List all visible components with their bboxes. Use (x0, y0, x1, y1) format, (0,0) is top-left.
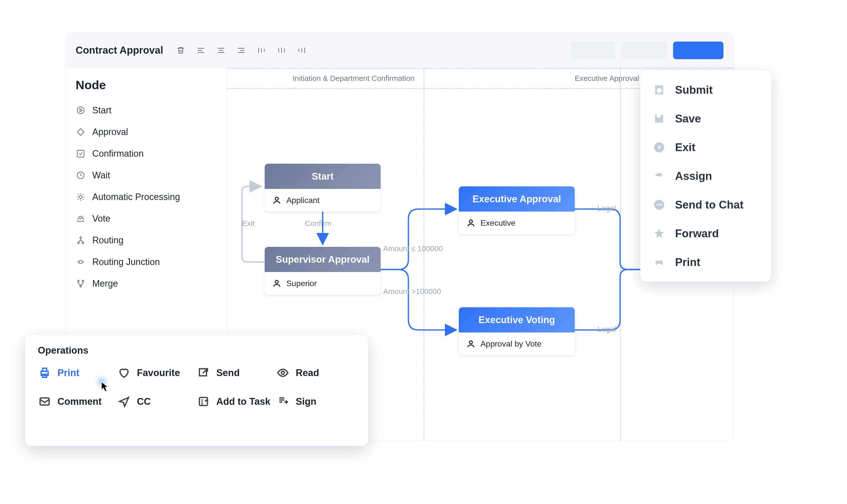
node-title: Start (265, 164, 381, 189)
node-title: Executive Voting (459, 307, 575, 332)
play-circle-icon (75, 105, 86, 115)
edge-label-exit: Exit (242, 219, 255, 228)
node-title: Supervisor Approval (265, 247, 381, 272)
palette-item-junction[interactable]: Routing Junction (75, 251, 227, 273)
flow-node-exec-approval[interactable]: Executive Approval Executive (459, 186, 575, 234)
align-right-icon[interactable] (236, 45, 246, 55)
flow-node-supervisor[interactable]: Supervisor Approval Superior (265, 247, 381, 295)
comment-icon (38, 395, 51, 408)
palette-item-routing[interactable]: Routing (75, 230, 227, 251)
svg-point-10 (80, 286, 82, 287)
gear-icon (75, 192, 86, 202)
sign-icon (276, 395, 290, 408)
secondary-button-a[interactable] (570, 41, 616, 59)
align-left-icon[interactable] (196, 45, 206, 55)
lane-header-initiation: Initiation & Department Confirmation (227, 68, 480, 88)
node-role: Superior (265, 272, 381, 295)
clock-icon (75, 170, 86, 180)
op-comment[interactable]: Comment (38, 395, 117, 408)
svg-rect-16 (657, 114, 661, 118)
svg-rect-26 (42, 368, 47, 371)
svg-point-14 (469, 341, 472, 344)
svg-rect-7 (79, 260, 82, 264)
op-favourite[interactable]: Favourite (117, 366, 196, 380)
clock-fill-icon (652, 83, 666, 97)
actions-menu: Submit Save Exit Assign Send to Chat For… (640, 71, 772, 282)
node-role: Executive (459, 212, 575, 234)
svg-rect-24 (657, 264, 661, 267)
action-send-chat[interactable]: Send to Chat (640, 191, 772, 219)
palette-item-confirmation[interactable]: Confirmation (75, 143, 227, 164)
edge-label-legal-top: Legal (598, 204, 616, 213)
palette-item-automatic[interactable]: Automatic Processing (75, 186, 227, 208)
palette-item-wait[interactable]: Wait (75, 164, 227, 186)
vote-icon (75, 214, 86, 224)
node-role: Approval by Vote (459, 332, 575, 355)
svg-point-13 (469, 220, 472, 223)
edge-label-amount-le: Amount ≤ 100000 (383, 244, 443, 253)
topbar-buttons (570, 41, 724, 59)
flow-node-exec-voting[interactable]: Executive Voting Approval by Vote (459, 307, 575, 355)
primary-button[interactable] (673, 41, 724, 59)
trash-icon[interactable] (176, 45, 186, 55)
svg-point-12 (275, 280, 278, 283)
svg-point-4 (80, 237, 82, 238)
assign-icon (652, 169, 666, 183)
svg-rect-1 (77, 150, 84, 157)
svg-rect-30 (40, 398, 49, 405)
node-title: Executive Approval (459, 186, 575, 212)
check-square-icon (75, 149, 86, 159)
cc-icon (117, 395, 131, 408)
svg-point-21 (660, 204, 662, 205)
action-save[interactable]: Save (640, 104, 772, 133)
svg-point-8 (77, 280, 79, 282)
heart-icon (117, 366, 131, 380)
star-icon (652, 227, 666, 240)
merge-icon (75, 278, 86, 289)
op-sign[interactable]: Sign (276, 395, 356, 408)
svg-rect-28 (200, 369, 206, 376)
palette-item-start[interactable]: Start (75, 100, 227, 121)
chat-icon (652, 198, 666, 212)
palette-item-approval[interactable]: Approval (75, 121, 227, 143)
op-cc[interactable]: CC (117, 395, 196, 408)
exit-circle-icon (652, 141, 666, 154)
action-print[interactable]: Print (640, 248, 772, 276)
distribute-v-icon[interactable] (297, 45, 307, 55)
op-send[interactable]: Send (196, 366, 276, 380)
svg-point-20 (658, 204, 660, 205)
palette-item-merge[interactable]: Merge (75, 273, 227, 294)
op-task[interactable]: Add to Task (196, 395, 276, 408)
distribute-center-icon[interactable] (277, 45, 287, 55)
align-center-icon[interactable] (216, 45, 226, 55)
svg-point-11 (275, 197, 278, 200)
topbar: Contract Approval (66, 33, 733, 68)
svg-point-3 (79, 196, 82, 198)
operations-title: Operations (38, 345, 356, 356)
operations-panel: Operations Print Favourite Send Read Com… (25, 335, 368, 446)
svg-point-29 (281, 371, 284, 374)
svg-rect-23 (657, 258, 661, 261)
svg-point-15 (657, 88, 662, 93)
page-title: Contract Approval (75, 44, 163, 56)
action-submit[interactable]: Submit (640, 75, 772, 104)
edge-label-amount-gt: Amount >100000 (383, 287, 441, 296)
edge-label-legal-bot: Legal (598, 325, 616, 334)
action-assign[interactable]: Assign (640, 162, 772, 191)
save-icon (652, 112, 666, 125)
action-exit[interactable]: Exit (640, 133, 772, 162)
cursor-icon (101, 382, 109, 393)
secondary-button-b[interactable] (622, 41, 667, 59)
svg-point-9 (82, 280, 84, 282)
svg-point-19 (656, 204, 658, 205)
op-read[interactable]: Read (276, 366, 356, 380)
printer-icon (652, 255, 666, 269)
distribute-h-icon[interactable] (256, 45, 266, 55)
svg-point-0 (77, 107, 84, 114)
node-role: Applicant (265, 189, 381, 212)
action-forward[interactable]: Forward (640, 219, 772, 248)
palette-item-vote[interactable]: Vote (75, 208, 227, 230)
toolbar (176, 45, 307, 55)
printer-icon (38, 366, 51, 380)
flow-node-start[interactable]: Start Applicant (265, 164, 381, 212)
